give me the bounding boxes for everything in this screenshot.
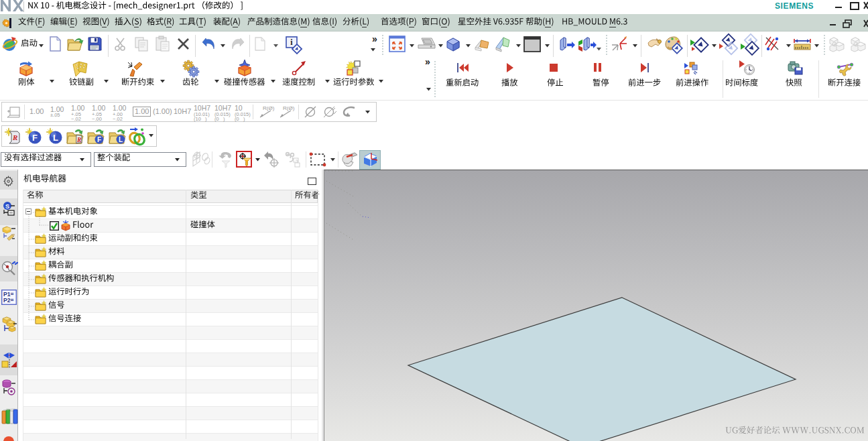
svg-text:L: L bbox=[53, 133, 58, 143]
svg-text:R: R bbox=[76, 137, 81, 143]
svg-text:S: S bbox=[5, 203, 9, 210]
svg-text:R(Ø): R(Ø) bbox=[283, 105, 295, 111]
svg-text:F: F bbox=[32, 133, 38, 143]
svg-text:F: F bbox=[97, 136, 101, 143]
svg-text:P2=: P2= bbox=[3, 297, 13, 304]
svg-text:R: R bbox=[12, 133, 17, 141]
svg-text:L: L bbox=[119, 136, 123, 143]
svg-text:R(Ø): R(Ø) bbox=[263, 105, 275, 111]
